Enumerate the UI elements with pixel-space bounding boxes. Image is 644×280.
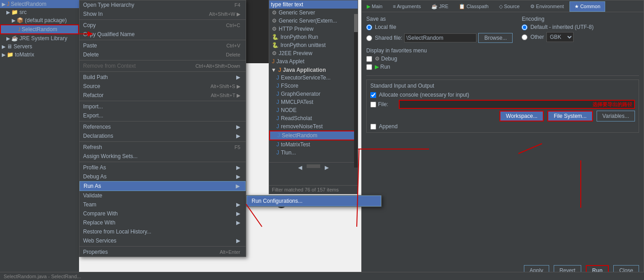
menu-open-type-hierarchy[interactable]: Open Type Hierarchy F4: [79, 0, 246, 9]
java-applet-icon: J: [272, 58, 275, 65]
menu-replace-with[interactable]: Replace With ▶: [79, 218, 246, 227]
tab-common[interactable]: ★ Common: [569, 1, 606, 12]
save-as-label: Save as: [366, 16, 513, 22]
debug-favorite-checkbox[interactable]: [366, 56, 372, 62]
run-configurations-item[interactable]: Run Configurations...: [247, 196, 381, 206]
launch-item-j2ee-preview[interactable]: ⚙ J2EE Preview: [269, 49, 358, 57]
tree-item-toMatrix[interactable]: ▶ 📁 toMatrix: [0, 51, 79, 59]
allocate-console-checkbox[interactable]: [370, 92, 376, 98]
menu-properties[interactable]: Properties Alt+Enter: [79, 247, 246, 257]
menu-delete[interactable]: Delete Delete: [79, 50, 246, 59]
nav-right-icon[interactable]: ▶: [325, 164, 329, 171]
menu-refactor[interactable]: Refactor Alt+Shift+T ▶: [79, 91, 246, 100]
launch-panel: ⚙ Generic Server ⚙ Generic Server(Extern…: [269, 0, 358, 194]
launch-filter[interactable]: [269, 0, 358, 9]
menu-validate[interactable]: Validate: [79, 191, 246, 200]
launch-filter-input[interactable]: [271, 1, 356, 8]
run-config-body: Save as Local file Shared file: Browse..…: [362, 12, 644, 136]
launch-item-selectrandom[interactable]: J SelectRandom: [269, 131, 358, 140]
pkg-icon: 📦: [17, 17, 23, 23]
browse-button[interactable]: Browse...: [478, 33, 513, 43]
menu-references[interactable]: References ▶: [79, 122, 246, 131]
launch-item-http-preview[interactable]: ⚙ HTTP Preview: [269, 25, 358, 33]
local-file-radio[interactable]: [366, 24, 372, 30]
tree-item-src[interactable]: ▶ 📁 src: [0, 8, 79, 16]
file-checkbox[interactable]: [370, 102, 376, 107]
run-config-label: Run Configurations...: [252, 198, 303, 204]
menu-copy[interactable]: Copy Ctrl+C: [79, 21, 246, 30]
shared-file-radio[interactable]: [366, 35, 372, 41]
launch-category-java-app[interactable]: ▼ J Java Application: [269, 65, 358, 74]
tree-item-servers[interactable]: ▶ 🖥 Servers: [0, 42, 79, 51]
menu-run-as[interactable]: Run As ▶: [79, 181, 246, 191]
append-checkbox[interactable]: [370, 124, 376, 130]
file-input-container: 选择要导出的路径: [399, 100, 635, 109]
debug-fav-label: Debug: [381, 56, 397, 62]
launch-item-generic-server-ext[interactable]: ⚙ Generic Server(Extern...: [269, 17, 358, 25]
shared-file-input[interactable]: [404, 33, 477, 42]
file-system-button[interactable]: File System...: [547, 111, 593, 121]
menu-refresh[interactable]: Refresh F5: [79, 143, 246, 152]
menu-web-services[interactable]: Web Services ▶: [79, 236, 246, 245]
menu-compare-with[interactable]: Compare With ▶: [79, 209, 246, 218]
launch-nav: ◀ ▶: [269, 162, 358, 173]
menu-export[interactable]: Export...: [79, 111, 246, 120]
variables-button[interactable]: Variables...: [597, 111, 635, 121]
menu-declarations[interactable]: Declarations ▶: [79, 131, 246, 140]
launch-scrollbar[interactable]: [354, 14, 358, 168]
tree-item-jre[interactable]: ▶ ☕ JRE System Library: [0, 34, 79, 42]
tree-item-SelectRandom-java[interactable]: J SelectRandom: [0, 24, 79, 34]
menu-debug-as[interactable]: Debug As ▶: [79, 172, 246, 181]
launch-item-java-applet[interactable]: J Java Applet: [269, 57, 358, 65]
local-file-label: Local file: [375, 24, 396, 30]
menu-restore-local-history[interactable]: Restore from Local History...: [79, 227, 246, 236]
menu-build-path[interactable]: Build Path ▶: [79, 73, 246, 82]
launch-item-removenoise[interactable]: J removeNoiseTest: [269, 122, 358, 131]
menu-source[interactable]: Source Alt+Shift+S ▶: [79, 82, 246, 91]
launch-item-executor[interactable]: J ExecutorServiceTe...: [269, 74, 358, 82]
launch-item-fscore[interactable]: J FScore: [269, 82, 358, 90]
run-as-submenu: Run Configurations...: [246, 195, 382, 207]
tree-item-default-pkg[interactable]: ▶ 📦 (default package): [0, 16, 79, 24]
java-app-label: Java Application: [283, 67, 326, 73]
menu-show-in[interactable]: Show In Alt+Shift+W ▶: [79, 9, 246, 19]
launch-item-ironpython-unittest[interactable]: 🐍 IronPython unittest: [269, 41, 358, 49]
launch-item-readscholat[interactable]: J ReadScholat: [269, 114, 358, 122]
tree-expand-icon: ▶: [2, 1, 5, 7]
menu-assign-working-sets[interactable]: Assign Working Sets...: [79, 152, 246, 161]
menu-profile-as[interactable]: Profile As ▶: [79, 163, 246, 172]
launch-item-graphgenerator[interactable]: J GraphGenerator: [269, 90, 358, 98]
tab-source[interactable]: ◇ Source: [494, 1, 525, 12]
tree-item-SelectRandom[interactable]: ▶ J SelectRandom: [0, 0, 79, 8]
tab-environment[interactable]: ⚙ Environment: [525, 1, 569, 12]
nav-left-icon[interactable]: ◀: [298, 164, 302, 171]
launch-item-tomatrixtest[interactable]: J toMatrixTest: [269, 140, 358, 149]
launch-item-ironpython-run[interactable]: 🐍 IronPython Run: [269, 33, 358, 41]
separator-7: [79, 141, 246, 142]
local-file-row: Local file: [366, 24, 513, 30]
expand-icon-java-app: ▼: [271, 67, 276, 73]
tree-expand-icon-src: ▶: [6, 9, 10, 15]
encoding-select[interactable]: GBK UTF-8: [546, 32, 574, 42]
scroll-thumb[interactable]: [354, 14, 358, 32]
launch-item-tlun[interactable]: J Tlun...: [269, 149, 358, 157]
arguments-tab-label: Arguments: [397, 4, 421, 9]
launch-item-node[interactable]: J NODE: [269, 106, 358, 114]
java-app-icon: J: [278, 67, 281, 73]
default-encoding-radio[interactable]: [522, 24, 527, 30]
other-encoding-radio[interactable]: [522, 34, 527, 40]
run-config-panel: ▶ Main ≡ Arguments ☕ JRE 📋 Classpath ◇ S…: [361, 0, 644, 280]
workspace-button[interactable]: Workspace...: [499, 111, 544, 121]
tab-arguments[interactable]: ≡ Arguments: [388, 1, 426, 12]
menu-copy-qualified[interactable]: Copy Qualified Name: [79, 30, 246, 39]
menu-import[interactable]: Import...: [79, 102, 246, 111]
tab-classpath[interactable]: 📋 Classpath: [454, 1, 494, 12]
tab-main[interactable]: ▶ Main: [362, 1, 387, 12]
run-favorite-checkbox[interactable]: [366, 64, 372, 70]
menu-team[interactable]: Team ▶: [79, 200, 246, 209]
tab-jre[interactable]: ☕ JRE: [426, 1, 453, 12]
tree-item-label: SelectRandom: [11, 1, 47, 7]
launch-item-generic-server[interactable]: ⚙ Generic Server: [269, 9, 358, 17]
menu-paste[interactable]: Paste Ctrl+V: [79, 41, 246, 50]
launch-item-mmclpa[interactable]: J MMCLPATest: [269, 98, 358, 106]
